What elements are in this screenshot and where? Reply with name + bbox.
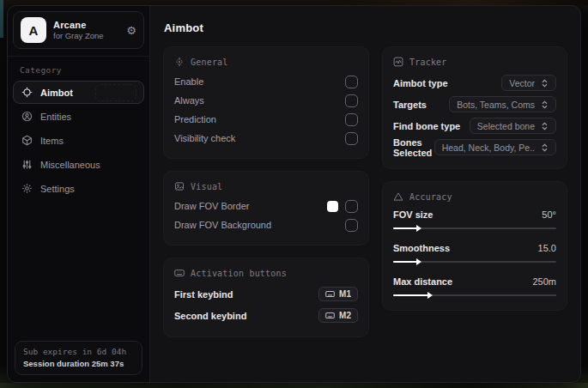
- left-column: General Enable Always Prediction: [163, 46, 369, 337]
- card-title: Accuracy: [409, 192, 452, 202]
- enable-checkbox[interactable]: [345, 76, 358, 88]
- dropdown-value: Vector: [509, 78, 535, 88]
- find-bone-type-dropdown[interactable]: Selected bone: [470, 118, 556, 134]
- visual-card: Visual Draw FOV Border Draw FOV Backgrou…: [163, 171, 369, 246]
- slider-group: Smoothness 15.0: [393, 240, 556, 266]
- first-keybind-button[interactable]: M1: [318, 287, 358, 301]
- prediction-checkbox[interactable]: [345, 113, 358, 126]
- setting-row: Draw FOV Border: [174, 197, 358, 215]
- setting-label: First keybind: [174, 289, 233, 300]
- sidebar-item-label: Settings: [40, 184, 75, 194]
- always-checkbox[interactable]: [345, 94, 358, 107]
- sidebar-item-settings[interactable]: Settings: [13, 177, 144, 200]
- setting-label: Always: [174, 95, 204, 106]
- smoothness-slider[interactable]: [393, 258, 556, 266]
- subscription-info: Sub expires in 6d 04h Session duration 2…: [15, 341, 142, 375]
- sidebar-item-label: Aimbot: [40, 88, 73, 98]
- sidebar: A Arcane for Gray Zone ⚙ Category Aimbot: [8, 6, 150, 382]
- card-title: General: [191, 58, 228, 67]
- card-title: Visual: [191, 182, 222, 191]
- gear-icon: [21, 183, 33, 194]
- sidebar-item-miscellaneous[interactable]: Miscellaneous: [13, 153, 144, 176]
- setting-label: Targets: [393, 100, 427, 110]
- slider-group: Max distance 250m: [393, 274, 556, 300]
- sidebar-item-aimbot[interactable]: Aimbot: [13, 81, 144, 104]
- fov-border-checkbox[interactable]: [345, 200, 358, 213]
- sidebar-item-label: Entities: [40, 112, 71, 122]
- setting-label: Draw FOV Background: [174, 220, 271, 230]
- setting-label: Bones Selected: [393, 137, 434, 158]
- chevron-up-down-icon: [541, 143, 549, 152]
- second-keybind-button[interactable]: M2: [318, 308, 358, 323]
- slider-thumb[interactable]: [416, 258, 421, 265]
- visual-card-header: Visual: [174, 181, 358, 191]
- sidebar-divider: [8, 56, 149, 57]
- setting-row: Always: [174, 91, 358, 110]
- setting-row: First keybind M1: [174, 283, 358, 305]
- crosshair-icon: [174, 57, 185, 67]
- sidebar-item-items[interactable]: Items: [13, 129, 144, 152]
- sub-expires-text: Sub expires in 6d 04h: [23, 347, 134, 356]
- card-title: Activation buttons: [191, 269, 287, 278]
- general-card: General Enable Always Prediction: [163, 46, 369, 159]
- cards-grid: General Enable Always Prediction: [163, 46, 567, 337]
- setting-row: Enable: [174, 72, 358, 91]
- setting-row: Second keybind M2: [174, 305, 358, 326]
- sliders-icon: [21, 159, 33, 170]
- setting-label: Smoothness: [393, 243, 450, 253]
- slider-fill: [393, 294, 429, 296]
- brand-subtitle: for Gray Zone: [53, 31, 104, 40]
- control-group: [327, 200, 358, 213]
- keybind-value: M2: [339, 311, 351, 320]
- sidebar-spacer: [8, 200, 149, 334]
- setting-label: Draw FOV Border: [174, 201, 249, 211]
- setting-label: Enable: [174, 76, 203, 87]
- setting-row: Find bone type Selected bone: [393, 115, 556, 136]
- triangle-icon: [393, 191, 403, 202]
- sidebar-item-label: Miscellaneous: [40, 160, 100, 170]
- setting-row: Bones Selected Head, Neck, Body, Pe..: [393, 136, 556, 158]
- entities-icon: [21, 111, 33, 122]
- keyboard-icon: [325, 312, 335, 319]
- chevron-up-down-icon: [541, 79, 549, 88]
- visibility-check-checkbox[interactable]: [345, 132, 358, 145]
- dropdown-value: Head, Neck, Body, Pe..: [442, 142, 535, 153]
- bones-selected-dropdown[interactable]: Head, Neck, Body, Pe..: [434, 139, 556, 155]
- backdrop-bottom-strip: [0, 383, 588, 388]
- brand-text: Arcane for Gray Zone: [53, 20, 104, 40]
- cube-icon: [21, 135, 33, 146]
- targets-dropdown[interactable]: Bots, Teams, Coms: [449, 96, 556, 112]
- slider-fill: [393, 227, 418, 229]
- accuracy-card-header: Accuracy: [393, 191, 556, 202]
- activation-card-header: Activation buttons: [174, 268, 358, 278]
- slider-thumb[interactable]: [427, 292, 433, 299]
- crosshair-icon: [21, 87, 33, 98]
- max-distance-slider[interactable]: [393, 291, 556, 300]
- fov-border-color-swatch[interactable]: [327, 201, 338, 212]
- setting-row: Aimbot type Vector: [393, 72, 556, 94]
- activity-icon: [393, 57, 403, 67]
- fov-background-checkbox[interactable]: [345, 219, 358, 232]
- backdrop-teal-sliver: [0, 0, 3, 38]
- image-icon: [174, 181, 185, 191]
- sidebar-item-entities[interactable]: Entities: [13, 105, 144, 128]
- setting-label: FOV size: [393, 209, 433, 220]
- dropdown-value: Selected bone: [477, 121, 535, 131]
- gear-icon[interactable]: ⚙: [126, 25, 136, 36]
- fov-size-slider[interactable]: [393, 224, 556, 233]
- aimbot-type-dropdown[interactable]: Vector: [501, 75, 556, 91]
- card-title: Tracker: [409, 58, 447, 67]
- category-label: Category: [20, 65, 137, 75]
- accuracy-card: Accuracy FOV size 50°: [382, 181, 567, 311]
- tracker-card-header: Tracker: [393, 57, 556, 67]
- sidebar-item-label: Items: [40, 136, 64, 146]
- setting-row: Prediction: [174, 110, 358, 129]
- main-panel: Aimbot General Enable Al: [150, 6, 580, 382]
- page-title: Aimbot: [164, 21, 567, 34]
- chevron-up-down-icon: [541, 100, 549, 109]
- general-card-header: General: [174, 57, 358, 67]
- slider-value: 15.0: [538, 243, 556, 253]
- slider-thumb[interactable]: [416, 225, 421, 232]
- app-logo: A: [21, 17, 46, 43]
- keyboard-icon: [174, 268, 185, 278]
